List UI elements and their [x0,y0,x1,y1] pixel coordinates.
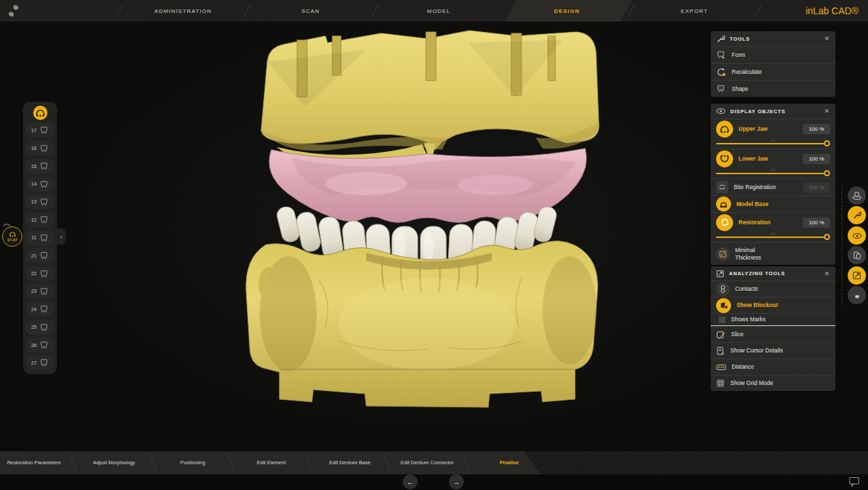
side-panels-button[interactable] [848,246,866,264]
arrow-right-icon: → [453,478,460,486]
chat-bubble-icon[interactable] [849,476,860,487]
display-object-toggle[interactable]: Upper Jaw 100 % [711,119,835,138]
tooth-icon [40,341,48,349]
step-restoration-parameters[interactable]: Restoration Parameters [7,451,61,474]
display-objects-toolbar-button[interactable] [848,226,866,245]
tools-icon [852,211,861,220]
display-object-toggle[interactable]: Lower Jaw 100 % [711,149,835,168]
bite-registration-icon [716,181,728,193]
step-edit-denture-base[interactable]: Edit Denture Base [323,451,377,474]
tooth-item-13[interactable]: 13 [26,195,54,209]
inlab-cad-app: { "app": { "brand": "inLab CAD®" }, "top… [0,0,868,490]
step-positioning[interactable]: Positioning [165,451,220,474]
display-object-model-base[interactable]: Model Base [711,195,835,212]
view-options-button[interactable] [848,186,866,205]
app-brand: inLab CAD® [806,0,859,22]
analyzing-tools-toolbar-button[interactable] [848,266,866,285]
slider-knob[interactable] [824,140,830,146]
analyzing-tools-icon [716,270,724,278]
display-object-toggle[interactable]: Restoration 100 % [711,213,835,232]
tooth-number: 15 [28,163,37,169]
slider-track [716,143,829,144]
analyze-item-shows-marks[interactable]: Shows Marks [711,313,835,326]
display-object-bite-registration[interactable]: Bite Registration 100 % [711,178,835,195]
tooth-item-14[interactable]: 14 [26,177,54,192]
tab-model[interactable]: MODEL [427,0,450,22]
panel-title: ANALYZING TOOLS [729,270,818,277]
analyze-item-show-cursor-details[interactable]: Show Cursor Details [711,342,835,359]
tooth-item-16[interactable]: 16 [26,141,54,156]
previous-step-button[interactable]: ← [403,474,418,489]
tooth-item-26[interactable]: 26 [26,338,54,352]
opacity-slider[interactable] [716,138,830,148]
tab-separator [243,5,251,17]
tooth-item-24[interactable]: 24 [26,302,54,317]
opacity-slider[interactable] [716,232,830,242]
opacity-value-field: 100 % [803,182,830,192]
analyze-item-distance[interactable]: Distance [711,359,835,375]
display-object-minimal-thickness[interactable]: Minimal Thickness [711,242,835,265]
tab-administration[interactable]: ADMINISTRATION [155,0,212,22]
slider-track [716,237,829,238]
tooth-list-panel: 17 16 15 14 13 12 11 21 22 23 24 25 26 2… [23,102,57,374]
tab-separator [116,5,123,17]
analyzing-tools-icon [852,271,861,280]
tooth-item-15[interactable]: 15 [26,159,54,173]
close-icon[interactable]: ✕ [823,270,830,277]
analyze-item-show-blockout[interactable]: Show Blockout [711,297,835,313]
tab-separator [627,5,635,17]
tooth-icon [40,144,48,152]
blockout-icon [716,298,731,313]
tooth-item-21[interactable]: 21 [26,248,54,263]
analyzing-tools-header: ANALYZING TOOLS ✕ [711,266,835,281]
tooth-item-17[interactable]: 17 [26,123,54,138]
tool-item-shape[interactable]: Shape [711,80,835,97]
view-options-icon [852,191,862,201]
tooth-item-27[interactable]: 27 [26,355,54,370]
slider-knob[interactable] [824,234,830,240]
tooth-item-11[interactable]: 11 [26,230,54,245]
opacity-value-field[interactable]: 100 % [803,218,830,228]
dental-model-3d[interactable] [224,22,631,422]
step-edit-element[interactable]: Edit Element [244,451,298,474]
analyze-item-show-grid-mode[interactable]: Show Grid Mode [711,375,835,391]
grid-mode-icon [716,379,725,388]
top-navigation-bar: ADMINISTRATION SCAN MODEL DESIGN EXPORT … [0,0,868,22]
close-icon[interactable]: ✕ [823,35,830,42]
tool-item-recalculate[interactable]: Recalculate [711,63,835,80]
analyze-item-slice[interactable]: Slice [711,326,835,342]
opacity-value-field[interactable]: 100 % [803,124,830,134]
tab-export[interactable]: EXPORT [681,0,708,22]
tab-scan[interactable]: SCAN [301,0,319,22]
analyze-item-contacts[interactable]: Contacts [711,281,835,297]
tab-design[interactable]: DESIGN [554,0,580,22]
tool-item-form[interactable]: Form [711,46,835,63]
opacity-value-field[interactable]: 100 % [803,154,830,164]
tool-label: Form [732,52,830,59]
close-icon[interactable]: ✕ [823,108,830,115]
pan-button[interactable] [848,286,866,304]
opacity-slider[interactable] [716,168,830,178]
tools-panel: TOOLS ✕ Form Recalculate Shape [711,31,835,97]
restoration-icon [716,214,733,231]
shows-marks-checkbox[interactable] [719,317,726,323]
object-label: Lower Jaw [738,155,797,163]
object-label: Model Base [736,201,830,208]
panel-title: TOOLS [730,36,818,42]
restoration-range-badge[interactable]: 17-27 [2,226,22,247]
tooth-item-25[interactable]: 25 [26,320,54,335]
tooth-item-12[interactable]: 12 [26,212,54,227]
step-adjust-morphology[interactable]: Adjust Morphology [87,451,141,474]
tooth-item-22[interactable]: 22 [26,266,54,281]
tooth-number: 21 [28,253,37,259]
step-finalise[interactable]: Finalise [482,451,536,474]
slider-knob[interactable] [824,170,830,176]
tooth-item-23[interactable]: 23 [26,284,54,299]
tools-toolbar-button[interactable] [848,206,866,224]
denture-arch-icon[interactable] [33,106,47,120]
analyze-label: Shows Marks [731,316,830,323]
collapse-tooth-panel-handle[interactable]: ‹ [57,228,66,245]
next-step-button[interactable]: → [449,474,464,489]
step-edit-denture-connector[interactable]: Edit Denture Connector [400,451,454,474]
tooth-number: 17 [28,127,37,134]
